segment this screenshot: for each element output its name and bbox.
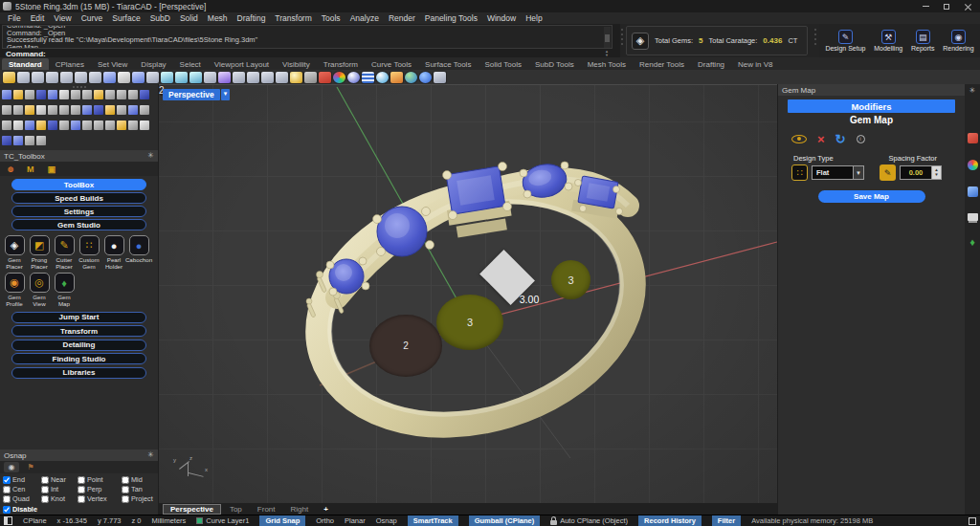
- rotate-icon[interactable]: [13, 121, 23, 130]
- gem-view-tool[interactable]: ◎ Gem View: [27, 273, 52, 307]
- osnap-checkbox[interactable]: [78, 476, 85, 484]
- osnap-int[interactable]: Int: [41, 485, 78, 493]
- tab-transform[interactable]: Transform: [317, 58, 365, 70]
- current-layer[interactable]: Curve Layer1: [196, 515, 249, 526]
- mirror-icon[interactable]: [36, 121, 46, 130]
- render-icon[interactable]: [333, 72, 345, 83]
- group-icon[interactable]: [2, 136, 11, 145]
- osnap-vertex[interactable]: Vertex: [78, 494, 122, 503]
- smarttrack-toggle[interactable]: SmartTrack: [408, 515, 458, 526]
- viewport-tab-perspective[interactable]: Perspective: [163, 504, 221, 515]
- grid-snap-toggle[interactable]: Grid Snap: [259, 515, 305, 526]
- zoom-icon[interactable]: [161, 72, 173, 83]
- tab-drafting[interactable]: Drafting: [691, 58, 731, 70]
- fillet-icon[interactable]: [128, 90, 138, 99]
- arc-icon[interactable]: [71, 90, 80, 99]
- osnap-toggle[interactable]: Osnap: [376, 515, 397, 526]
- torus-icon[interactable]: [48, 105, 57, 115]
- osnap-checkbox[interactable]: [41, 476, 49, 484]
- select-icon[interactable]: [2, 90, 11, 99]
- tab-surface-tools[interactable]: Surface Tools: [418, 58, 478, 70]
- osnap-filter-tab-icon[interactable]: ⚑: [23, 462, 38, 472]
- osnap-quad[interactable]: Quad: [3, 494, 41, 503]
- tab-viewport-layout[interactable]: Viewport Layout: [208, 58, 276, 70]
- material-editor-icon[interactable]: [347, 72, 360, 83]
- lamp-icon[interactable]: [304, 72, 317, 83]
- viewport-title-menu[interactable]: Perspective ▾: [163, 89, 230, 100]
- finding-studio-button[interactable]: Finding Studio: [11, 353, 146, 364]
- move-icon[interactable]: [2, 121, 11, 130]
- ellipse-icon[interactable]: [59, 90, 69, 99]
- help-icon[interactable]: [434, 72, 446, 83]
- orient-icon[interactable]: [59, 121, 69, 130]
- trim-icon[interactable]: [140, 90, 149, 99]
- curve-icon[interactable]: [105, 90, 115, 99]
- osnap-tab-icon[interactable]: ◉: [4, 462, 19, 472]
- modifiers-bar[interactable]: Modifiers: [788, 99, 955, 113]
- scale-icon[interactable]: [25, 121, 34, 130]
- cplane-toggle[interactable]: CPlane: [23, 515, 47, 526]
- transform-button[interactable]: Transform: [11, 325, 146, 337]
- tab-solid-tools[interactable]: Solid Tools: [478, 58, 528, 70]
- flow-icon[interactable]: [94, 121, 103, 130]
- spacing-factor-input[interactable]: 0.00 ▲▼: [900, 165, 942, 180]
- perspective-viewport[interactable]: 2 3 3.00 3 2 Perspective ▾ y: [159, 84, 777, 503]
- menu-item[interactable]: Window: [482, 13, 521, 23]
- ortho-toggle[interactable]: Ortho: [316, 515, 334, 526]
- gem-icon[interactable]: ♦: [968, 237, 978, 248]
- cage-icon[interactable]: [140, 105, 149, 115]
- filter-toggle[interactable]: Filter: [712, 515, 741, 526]
- metal-tab-icon[interactable]: M: [27, 164, 34, 174]
- command-prompt[interactable]: Command: ▲▼: [2, 50, 612, 57]
- menu-item[interactable]: SubD: [145, 13, 175, 23]
- osnap-mid[interactable]: Mid: [122, 475, 158, 484]
- menu-item[interactable]: Mesh: [203, 13, 233, 23]
- tab-new-in-v8[interactable]: New in V8: [731, 58, 779, 70]
- toolbox-button[interactable]: ToolBox: [11, 179, 146, 190]
- tab-set-view[interactable]: Set View: [91, 58, 134, 70]
- copy-icon[interactable]: [89, 72, 101, 83]
- rendering-button[interactable]: ◉ Rendering: [943, 30, 973, 52]
- menu-item[interactable]: Surface: [107, 13, 145, 23]
- open-file-icon[interactable]: [17, 72, 30, 83]
- delete-x-icon[interactable]: ×: [817, 133, 825, 145]
- refresh-icon[interactable]: ↻: [835, 133, 846, 145]
- osnap-checkbox[interactable]: [41, 486, 49, 493]
- environment-icon[interactable]: [390, 72, 403, 83]
- properties-icon[interactable]: [290, 72, 302, 83]
- osnap-point[interactable]: Point: [78, 475, 122, 484]
- osnap-end[interactable]: End: [3, 475, 41, 484]
- menu-item[interactable]: Curve: [77, 13, 108, 23]
- save-map-button[interactable]: Save Map: [818, 190, 925, 203]
- toolbag-tab-icon[interactable]: ▣: [48, 164, 56, 174]
- print-icon[interactable]: [46, 72, 58, 83]
- maximize-button[interactable]: [936, 0, 957, 12]
- split-icon[interactable]: [117, 121, 126, 130]
- lock-icon[interactable]: [319, 72, 331, 83]
- libraries-button[interactable]: Libraries: [11, 367, 146, 379]
- tab-curve-tools[interactable]: Curve Tools: [365, 58, 418, 70]
- polyline-icon[interactable]: [25, 90, 34, 99]
- extrude-icon[interactable]: [71, 105, 80, 115]
- osnap-checkbox[interactable]: [41, 495, 49, 503]
- tab-cplanes[interactable]: CPlanes: [49, 58, 91, 70]
- osnap-knot[interactable]: Knot: [41, 494, 78, 503]
- line-icon[interactable]: [94, 90, 103, 99]
- cylinder-icon[interactable]: [25, 105, 34, 115]
- tab-select[interactable]: Select: [173, 58, 208, 70]
- tab-mesh-tools[interactable]: Mesh Tools: [581, 58, 633, 70]
- settings-icon[interactable]: [36, 136, 46, 145]
- gem-placer-tool[interactable]: ◈ Gem Placer: [2, 235, 27, 270]
- tab-visibility[interactable]: Visibility: [276, 58, 317, 70]
- menu-item[interactable]: Transform: [270, 13, 316, 23]
- record-history-toggle[interactable]: Record History: [638, 515, 702, 526]
- tab-display[interactable]: Display: [134, 58, 172, 70]
- viewport-layout-icon[interactable]: [233, 72, 245, 83]
- pan-icon[interactable]: [132, 72, 145, 83]
- command-spinner[interactable]: ▲▼: [603, 50, 611, 57]
- cone-icon[interactable]: [36, 105, 46, 115]
- cut-icon[interactable]: [75, 72, 87, 83]
- menu-item[interactable]: Paneling Tools: [420, 13, 482, 23]
- gear-icon[interactable]: ✳: [147, 152, 154, 160]
- polygon-icon[interactable]: [82, 90, 92, 99]
